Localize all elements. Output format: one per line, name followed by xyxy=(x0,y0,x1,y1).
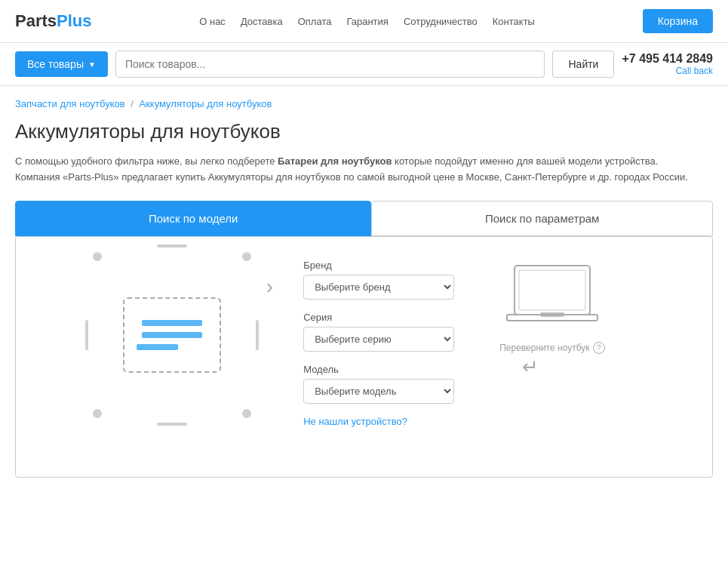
brand-label: Бренд xyxy=(303,260,454,271)
model-select[interactable]: Выберите модель xyxy=(303,379,454,404)
side-line-left xyxy=(85,320,88,350)
nav-warranty[interactable]: Гарантия xyxy=(346,16,388,27)
breadcrumb-item-1[interactable]: Запчасти для ноутбуков xyxy=(15,98,125,109)
filter-box: › Бренд Выберите бренд Серия Выберите се… xyxy=(15,236,713,478)
filter-form: Бренд Выберите бренд Серия Выберите сери… xyxy=(303,260,454,427)
laptop-mockup-left xyxy=(108,260,236,410)
nav-delivery[interactable]: Доставка xyxy=(241,16,283,27)
series-label: Серия xyxy=(303,312,454,323)
chevron-down-icon: ▼ xyxy=(88,60,96,69)
main-nav: О нас Доставка Оплата Гарантия Сотруднич… xyxy=(199,15,535,27)
desc-bold: Батареи для ноутбуков xyxy=(278,155,392,167)
series-select[interactable]: Выберите серию xyxy=(303,327,454,352)
dot-tr xyxy=(242,252,251,261)
phone-number: +7 495 414 2849 xyxy=(622,52,713,66)
header: Parts Plus О нас Доставка Оплата Гаранти… xyxy=(0,0,728,43)
laptop-svg xyxy=(499,260,605,335)
logo-parts: Parts xyxy=(15,11,57,31)
callback-link[interactable]: Call back xyxy=(622,66,713,76)
not-found-link[interactable]: Не нашли устройство? xyxy=(303,416,454,427)
filter-inner: › Бренд Выберите бренд Серия Выберите се… xyxy=(31,260,697,427)
filter-tabs: Поиск по модели Поиск по параметрам xyxy=(15,201,713,236)
all-goods-label: Все товары xyxy=(27,58,84,70)
laptop-line-2 xyxy=(142,332,202,338)
dot-tl xyxy=(93,252,102,261)
laptop-dashed-box xyxy=(123,297,221,373)
side-line-top xyxy=(157,244,187,248)
all-goods-button[interactable]: Все товары ▼ xyxy=(15,51,108,77)
logo[interactable]: Parts Plus xyxy=(15,11,92,31)
tab-param-search[interactable]: Поиск по параметрам xyxy=(371,201,713,236)
search-bar: Все товары ▼ Найти +7 495 414 2849 Call … xyxy=(0,43,728,86)
laptop-mockup-right: Переверните ноутбук ? ↵ xyxy=(484,260,620,379)
brand-select[interactable]: Выберите бренд xyxy=(303,275,454,300)
nav-contacts[interactable]: Контакты xyxy=(493,16,535,27)
brand-group: Бренд Выберите бренд xyxy=(303,260,454,300)
main-content: Запчасти для ноутбуков / Аккумуляторы дл… xyxy=(0,86,728,490)
logo-plus: Plus xyxy=(57,11,91,31)
laptop-line-1 xyxy=(142,320,202,326)
nav-cooperation[interactable]: Сотрудничество xyxy=(404,16,478,27)
tab-model-search[interactable]: Поиск по модели xyxy=(15,201,371,236)
flip-area: Переверните ноутбук ? ↵ xyxy=(484,341,620,379)
curve-arrow-icon: ↵ xyxy=(522,355,539,379)
svg-rect-0 xyxy=(515,266,590,315)
search-button[interactable]: Найти xyxy=(552,51,614,78)
phone-block: +7 495 414 2849 Call back xyxy=(622,52,713,76)
svg-rect-2 xyxy=(507,315,597,321)
search-input[interactable] xyxy=(115,51,545,78)
breadcrumb: Запчасти для ноутбуков / Аккумуляторы дл… xyxy=(15,98,713,109)
series-group: Серия Выберите серию xyxy=(303,312,454,352)
page-description: С помощью удобного фильтра ниже, вы легк… xyxy=(15,154,694,186)
arrow-icon: › xyxy=(266,275,273,299)
svg-rect-1 xyxy=(519,270,585,310)
nav-about[interactable]: О нас xyxy=(199,16,226,27)
laptop-line-3 xyxy=(137,344,178,350)
breadcrumb-item-2[interactable]: Аккумуляторы для ноутбуков xyxy=(139,98,272,109)
page-title: Аккумуляторы для ноутбуков xyxy=(15,120,713,143)
nav-payment[interactable]: Оплата xyxy=(298,16,332,27)
question-mark-icon[interactable]: ? xyxy=(593,342,605,354)
breadcrumb-separator: / xyxy=(131,98,136,109)
model-group: Модель Выберите модель xyxy=(303,364,454,404)
side-line-bottom xyxy=(157,423,187,426)
model-label: Модель xyxy=(303,364,454,375)
dot-bl xyxy=(93,409,102,418)
flip-text: Переверните ноутбук xyxy=(499,343,589,353)
nav-list: О нас Доставка Оплата Гарантия Сотруднич… xyxy=(199,15,535,27)
desc-part1: С помощью удобного фильтра ниже, вы легк… xyxy=(15,155,278,167)
cart-button[interactable]: Корзина xyxy=(643,9,713,33)
side-line-right xyxy=(256,320,259,350)
dot-br xyxy=(242,409,251,418)
